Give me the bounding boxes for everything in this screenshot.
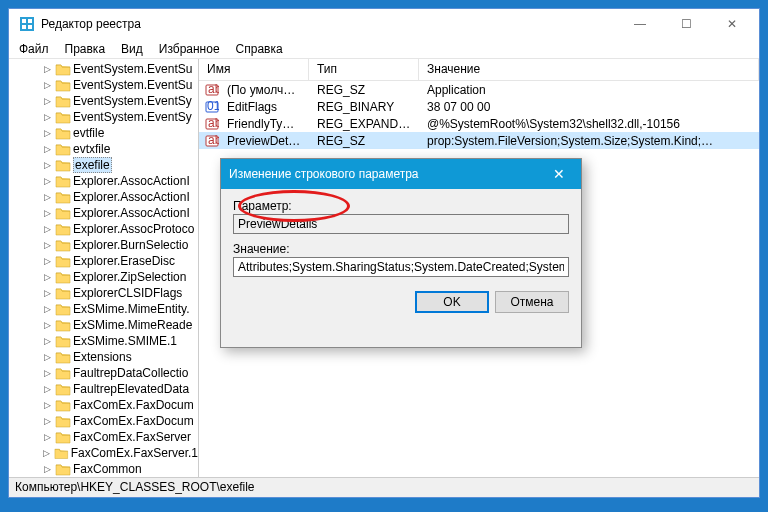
tree-row[interactable]: ▷FaultrepElevatedData (11, 381, 198, 397)
tree-row[interactable]: ▷EventSystem.EventSy (11, 109, 198, 125)
tree-label: EventSystem.EventSy (73, 110, 192, 124)
chevron-right-icon[interactable]: ▷ (41, 352, 53, 362)
chevron-right-icon[interactable]: ▷ (41, 288, 53, 298)
tree-row[interactable]: ▷FaxComEx.FaxServer.1 (11, 445, 198, 461)
menu-help[interactable]: Справка (228, 40, 291, 58)
cell-type: REG_SZ (309, 134, 419, 148)
tree-row[interactable]: ▷Explorer.AssocActionI (11, 205, 198, 221)
tree-row[interactable]: ▷Explorer.AssocActionI (11, 173, 198, 189)
chevron-right-icon[interactable]: ▷ (41, 144, 53, 154)
folder-icon (55, 270, 71, 284)
dialog-title: Изменение строкового параметра (229, 167, 545, 181)
chevron-right-icon[interactable]: ▷ (41, 256, 53, 266)
folder-icon (55, 142, 71, 156)
cancel-button[interactable]: Отмена (495, 291, 569, 313)
tree-label: FaultrepDataCollectio (73, 366, 188, 380)
dialog-titlebar[interactable]: Изменение строкового параметра ✕ (221, 159, 581, 189)
param-label: Параметр: (233, 199, 569, 213)
menu-edit[interactable]: Правка (57, 40, 114, 58)
chevron-right-icon[interactable]: ▷ (41, 448, 52, 458)
tree-row[interactable]: ▷Explorer.ZipSelection (11, 269, 198, 285)
tree-row[interactable]: ▷EventSystem.EventSu (11, 77, 198, 93)
chevron-right-icon[interactable]: ▷ (41, 400, 53, 410)
tree-row[interactable]: ▷FaxCommon (11, 461, 198, 477)
reg-value-icon (205, 83, 219, 97)
chevron-right-icon[interactable]: ▷ (41, 96, 53, 106)
tree-row[interactable]: ▷exefile (11, 157, 198, 173)
tree-row[interactable]: ▷ExplorerCLSIDFlags (11, 285, 198, 301)
tree-row[interactable]: ▷FaxComEx.FaxServer (11, 429, 198, 445)
list-row[interactable]: EditFlagsREG_BINARY38 07 00 00 (199, 98, 759, 115)
edit-string-dialog: Изменение строкового параметра ✕ Парамет… (220, 158, 582, 348)
chevron-right-icon[interactable]: ▷ (41, 224, 53, 234)
chevron-right-icon[interactable]: ▷ (41, 416, 53, 426)
folder-icon (54, 446, 69, 460)
chevron-right-icon[interactable]: ▷ (41, 320, 53, 330)
maximize-button[interactable]: ☐ (663, 9, 709, 39)
tree-row[interactable]: ▷ExSMime.SMIME.1 (11, 333, 198, 349)
cell-name: (По умолчанию) (219, 83, 309, 97)
chevron-right-icon[interactable]: ▷ (41, 432, 53, 442)
list-row[interactable]: FriendlyTypeNam…REG_EXPAND_SZ@%SystemRoo… (199, 115, 759, 132)
cell-value: 38 07 00 00 (419, 100, 759, 114)
reg-value-icon (205, 100, 219, 114)
menu-favorites[interactable]: Избранное (151, 40, 228, 58)
tree-row[interactable]: ▷FaxComEx.FaxDocum (11, 397, 198, 413)
folder-icon (55, 78, 71, 92)
chevron-right-icon[interactable]: ▷ (41, 176, 53, 186)
tree-row[interactable]: ▷EventSystem.EventSu (11, 61, 198, 77)
tree-label: FaxComEx.FaxDocum (73, 414, 194, 428)
col-value[interactable]: Значение (419, 59, 759, 80)
folder-icon (55, 126, 71, 140)
chevron-right-icon[interactable]: ▷ (41, 64, 53, 74)
menu-file[interactable]: Файл (11, 40, 57, 58)
ok-button[interactable]: OK (415, 291, 489, 313)
chevron-right-icon[interactable]: ▷ (41, 128, 53, 138)
list-row[interactable]: PreviewDetailsREG_SZprop:System.FileVers… (199, 132, 759, 149)
chevron-right-icon[interactable]: ▷ (41, 80, 53, 90)
chevron-right-icon[interactable]: ▷ (41, 112, 53, 122)
folder-icon (55, 110, 71, 124)
chevron-right-icon[interactable]: ▷ (41, 160, 53, 170)
chevron-right-icon[interactable]: ▷ (41, 240, 53, 250)
status-bar: Компьютер\HKEY_CLASSES_ROOT\exefile (9, 477, 759, 497)
tree-row[interactable]: ▷Extensions (11, 349, 198, 365)
tree-row[interactable]: ▷Explorer.AssocActionI (11, 189, 198, 205)
chevron-right-icon[interactable]: ▷ (41, 272, 53, 282)
close-button[interactable]: ✕ (709, 9, 755, 39)
reg-value-icon (205, 117, 219, 131)
tree-label: Explorer.AssocProtoco (73, 222, 194, 236)
tree-row[interactable]: ▷Explorer.BurnSelectio (11, 237, 198, 253)
menu-view[interactable]: Вид (113, 40, 151, 58)
value-field[interactable] (233, 257, 569, 277)
folder-icon (55, 414, 71, 428)
folder-icon (55, 430, 71, 444)
chevron-right-icon[interactable]: ▷ (41, 368, 53, 378)
folder-icon (55, 398, 71, 412)
tree-row[interactable]: ▷Explorer.AssocProtoco (11, 221, 198, 237)
chevron-right-icon[interactable]: ▷ (41, 304, 53, 314)
tree-label: ExSMime.MimeReade (73, 318, 192, 332)
tree-row[interactable]: ▷evtfile (11, 125, 198, 141)
tree-row[interactable]: ▷EventSystem.EventSy (11, 93, 198, 109)
tree-row[interactable]: ▷ExSMime.MimeEntity. (11, 301, 198, 317)
folder-icon (55, 462, 71, 476)
chevron-right-icon[interactable]: ▷ (41, 192, 53, 202)
chevron-right-icon[interactable]: ▷ (41, 336, 53, 346)
col-type[interactable]: Тип (309, 59, 419, 80)
tree[interactable]: ▷EventSystem.EventSu▷EventSystem.EventSu… (9, 59, 198, 477)
dialog-close-icon[interactable]: ✕ (545, 166, 573, 182)
minimize-button[interactable]: — (617, 9, 663, 39)
chevron-right-icon[interactable]: ▷ (41, 464, 53, 474)
col-name[interactable]: Имя (199, 59, 309, 80)
tree-row[interactable]: ▷evtxfile (11, 141, 198, 157)
tree-row[interactable]: ▷FaxComEx.FaxDocum (11, 413, 198, 429)
tree-row[interactable]: ▷Explorer.EraseDisc (11, 253, 198, 269)
list-row[interactable]: (По умолчанию)REG_SZApplication (199, 81, 759, 98)
tree-row[interactable]: ▷FaultrepDataCollectio (11, 365, 198, 381)
list-body[interactable]: (По умолчанию)REG_SZApplicationEditFlags… (199, 81, 759, 149)
chevron-right-icon[interactable]: ▷ (41, 208, 53, 218)
window-titlebar[interactable]: Редактор реестра — ☐ ✕ (9, 9, 759, 39)
chevron-right-icon[interactable]: ▷ (41, 384, 53, 394)
tree-row[interactable]: ▷ExSMime.MimeReade (11, 317, 198, 333)
